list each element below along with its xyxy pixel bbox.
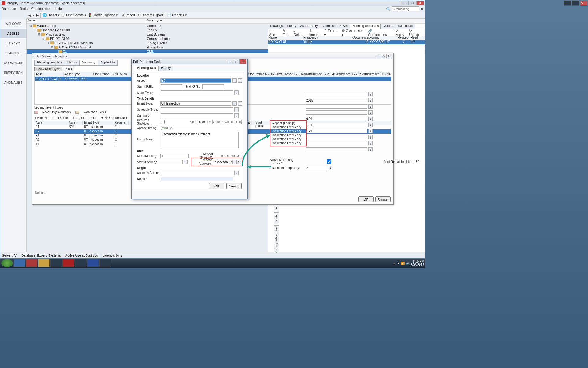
tb-reports[interactable]: 📄 Reports ▾ xyxy=(167,13,187,17)
taskbar-ie[interactable] xyxy=(13,259,25,267)
rt-update[interactable]: ↻ Update xyxy=(409,29,424,36)
right-tab[interactable]: Planning Templates xyxy=(350,24,381,29)
nav-back-dropdown[interactable]: ▾ xyxy=(33,14,34,17)
taskbar-app3[interactable] xyxy=(75,259,86,267)
taskbar-app1[interactable] xyxy=(26,259,37,267)
popup-item[interactable]: Inspection Frequency xyxy=(270,129,306,133)
fx-button[interactable]: ƒ xyxy=(368,104,373,109)
g2-add[interactable]: + Add xyxy=(34,116,43,120)
taskbar[interactable]: ▲ ⚑ 📶 🔊 1:15 PM 3/03/2017 xyxy=(0,259,425,268)
start-button[interactable] xyxy=(1,259,13,267)
asset-input[interactable] xyxy=(160,78,232,83)
g1h-occ7[interactable]: Occurrence 7 - 2023/Jan xyxy=(276,72,305,77)
rt-connections[interactable]: 🔗 Connections xyxy=(368,29,392,36)
tb-asset-views[interactable]: ⊞ Asset Views ▾ xyxy=(62,13,86,17)
expand-icon[interactable]: ⊞ xyxy=(36,77,38,81)
g2-delete[interactable]: - Delete xyxy=(56,116,68,120)
detail-input[interactable] xyxy=(306,147,367,151)
bg-max[interactable]: ▢ xyxy=(572,1,579,6)
g2h-req[interactable]: Requires Sh xyxy=(113,121,129,125)
right-tab[interactable]: Library xyxy=(285,24,299,29)
detail-input[interactable] xyxy=(306,123,367,127)
g2-customise[interactable]: ⚙ Customise ▾ xyxy=(105,116,128,120)
taskbar-app4[interactable] xyxy=(99,259,111,267)
menu-database[interactable]: Database xyxy=(2,7,16,10)
maximize-button[interactable]: ▢ xyxy=(409,1,416,5)
g1h-occ8[interactable]: Occurrence 8 - 2024/Jan xyxy=(305,72,334,77)
g1h-occ9[interactable]: Occurrence 9 - 2025/Jan xyxy=(334,72,362,77)
tree-hdr-type[interactable]: Asset Type xyxy=(145,19,162,23)
nav-workpacks[interactable]: WORKPACKS xyxy=(0,58,26,68)
iw-min[interactable]: — xyxy=(375,54,380,58)
subtab-tasks[interactable]: Tasks xyxy=(62,67,74,71)
vertical-tab-system[interactable]: System xyxy=(274,213,279,224)
vertical-tab-history[interactable]: SPE - Inspection History xyxy=(274,225,279,257)
dlg-tab-history[interactable]: History xyxy=(158,66,173,71)
nav-library[interactable]: LIBRARY xyxy=(0,38,26,48)
menu-configuration[interactable]: Configuration xyxy=(31,7,51,10)
rt-customise[interactable]: ⚙ Customise ▾ xyxy=(342,29,364,37)
schedule-picker-button[interactable]: … xyxy=(234,107,239,112)
instructions-input[interactable] xyxy=(161,132,239,148)
g2h-asset[interactable]: Asset xyxy=(34,121,67,125)
nav-anomalies[interactable]: ANOMALIES xyxy=(0,78,26,87)
eventtype-clear-button[interactable]: X xyxy=(238,101,242,106)
fx-button[interactable]: ƒ xyxy=(368,92,373,96)
startm-input[interactable] xyxy=(160,154,189,158)
repeatl-input[interactable] xyxy=(213,160,232,164)
menu-help[interactable]: Help xyxy=(55,7,62,10)
timing-input[interactable] xyxy=(169,126,236,130)
rt-edit[interactable]: ✎ Edit xyxy=(282,29,292,36)
bg-min[interactable]: — xyxy=(564,1,571,6)
asset-picker-button[interactable]: … xyxy=(232,78,237,83)
search-input[interactable] xyxy=(392,6,419,11)
popup-item[interactable]: Inspection Frequency xyxy=(270,141,306,145)
dlg-cancel-button[interactable]: Cancel xyxy=(226,183,242,189)
inner-tab[interactable]: Summary xyxy=(79,60,98,66)
requires-checkbox[interactable] xyxy=(161,120,165,124)
subtab-show-asset-type[interactable]: Show Asset Type xyxy=(34,67,62,71)
fx-button[interactable]: ƒ xyxy=(329,166,333,170)
rgh-freq[interactable]: Frequency xyxy=(303,36,352,40)
rgh-fmt[interactable]: Format xyxy=(369,36,397,40)
search-close-icon[interactable]: ✕ xyxy=(420,7,423,11)
details-input[interactable] xyxy=(161,177,233,181)
tree-hdr-asset[interactable]: Asset xyxy=(27,19,145,23)
category-input[interactable] xyxy=(161,113,233,118)
iw-max[interactable]: ▢ xyxy=(381,54,386,58)
tb-asset[interactable]: Asset ▾ xyxy=(49,13,60,17)
g2h-startl[interactable]: Start (Look xyxy=(254,121,269,125)
tray-flag-icon[interactable]: ⚑ xyxy=(397,262,400,265)
g2-export[interactable]: ⇧ Export ▾ xyxy=(87,116,103,120)
fx-button[interactable]: ƒ xyxy=(368,141,373,145)
detail-input[interactable] xyxy=(306,129,367,133)
repeatl-clear-button[interactable]: X xyxy=(237,160,241,164)
detail-input[interactable] xyxy=(306,92,367,96)
inner-tab[interactable]: History xyxy=(65,60,80,66)
dlg-ok-button[interactable]: OK xyxy=(209,183,224,189)
fx-button[interactable]: ƒ xyxy=(368,147,373,151)
tray-icon[interactable]: ▲ xyxy=(393,262,396,265)
startl-picker-button[interactable]: … xyxy=(184,160,188,164)
fx-button[interactable]: ƒ xyxy=(368,110,373,115)
nav-welcome[interactable]: WELCOME xyxy=(0,19,26,29)
right-tab[interactable]: Anomalies xyxy=(320,24,338,29)
g1h-occ6[interactable]: Occurrence 6 - 2022/Jan xyxy=(247,72,276,77)
g1h-occ1[interactable]: Occurrence 1 - 2017/Jan xyxy=(92,72,122,77)
repeatl-picker-button[interactable]: … xyxy=(232,160,237,164)
taskbar-pdf[interactable] xyxy=(62,259,74,267)
popup-item[interactable]: Inspection Frequency xyxy=(270,137,306,141)
taskbar-word[interactable] xyxy=(87,259,99,267)
repeat-lookup-popup[interactable]: Repeat (Lookup)Inspection FrequencyInspe… xyxy=(270,120,307,146)
inner-tab[interactable]: Planning Template xyxy=(34,60,65,66)
assettype-picker-button[interactable]: … xyxy=(234,90,239,95)
rgh-name[interactable]: Name xyxy=(268,36,303,40)
startkp-input[interactable] xyxy=(161,84,182,89)
detail-input[interactable] xyxy=(306,141,367,145)
popup-item[interactable]: Inspection Frequency xyxy=(270,133,306,137)
detail-input[interactable] xyxy=(306,117,367,121)
assettype-input[interactable] xyxy=(161,90,233,95)
endkp-input[interactable] xyxy=(202,84,224,89)
rt-delete[interactable]: - Delete xyxy=(294,29,305,36)
close-button[interactable]: ✕ xyxy=(417,1,424,5)
